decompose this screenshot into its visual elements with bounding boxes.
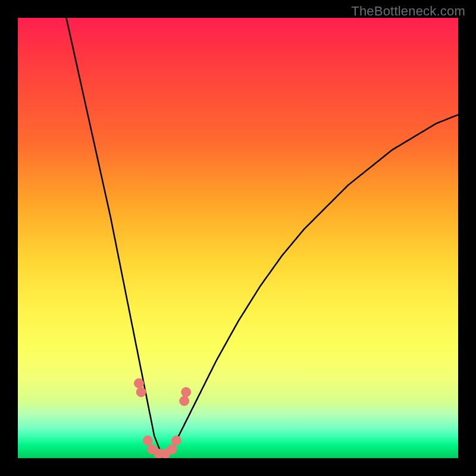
curve-marker bbox=[181, 387, 191, 397]
chart-svg bbox=[18, 18, 458, 458]
outer-frame: TheBottleneck.com bbox=[0, 0, 476, 476]
curve-marker bbox=[180, 396, 189, 406]
curve-marker bbox=[134, 378, 144, 388]
curve-marker bbox=[136, 387, 146, 397]
bottleneck-curve bbox=[66, 18, 458, 458]
plot-area bbox=[18, 18, 458, 458]
curve-marker bbox=[167, 444, 177, 454]
watermark-text: TheBottleneck.com bbox=[351, 4, 465, 19]
curve-marker bbox=[171, 436, 181, 445]
marker-group bbox=[134, 378, 191, 458]
curve-marker bbox=[143, 436, 152, 445]
